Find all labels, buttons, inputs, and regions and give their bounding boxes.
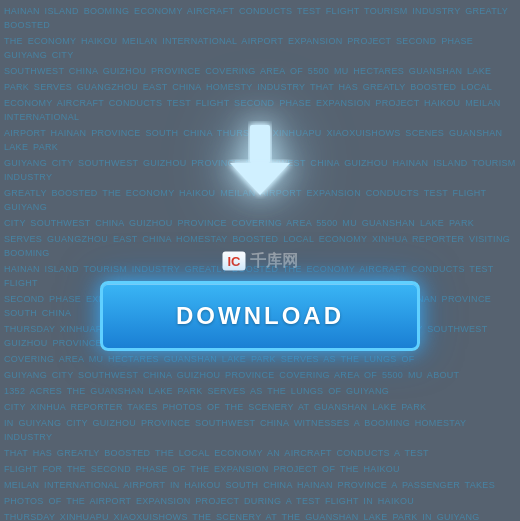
svg-marker-1 [230, 163, 290, 195]
arrow-container [225, 120, 295, 204]
watermark: IC 千库网 [223, 250, 298, 271]
download-arrow-icon [225, 120, 295, 200]
watermark-logo: IC [223, 251, 246, 270]
download-button[interactable]: DOWNLOAD [100, 281, 420, 351]
watermark-site: 千库网 [250, 250, 298, 271]
svg-rect-0 [250, 125, 270, 163]
download-button-container: DOWNLOAD [100, 281, 420, 351]
